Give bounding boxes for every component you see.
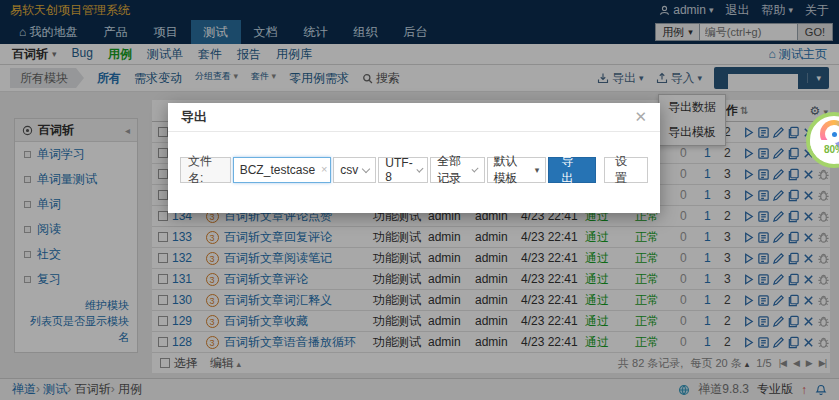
filename-input[interactable] (233, 157, 332, 183)
progress-percent: 80% (824, 144, 839, 155)
filename-label: 文件名: (180, 157, 231, 183)
chevron-down-icon (472, 165, 479, 172)
chevron-down-icon (416, 165, 423, 172)
modal-header: 导出 ✕ (168, 103, 660, 132)
template-select[interactable]: 默认模板▾ (487, 157, 547, 183)
clear-input-icon[interactable]: × (321, 163, 327, 175)
filename-field-wrap: × (233, 157, 332, 183)
close-icon[interactable]: ✕ (634, 108, 647, 126)
settings-button[interactable]: 设置 (604, 157, 648, 183)
encoding-select[interactable]: UTF-8 (378, 157, 428, 183)
export-form: 文件名: × csv UTF-8 全部记录 默认模板▾ 导出 设置 (180, 157, 648, 183)
export-modal: 导出 ✕ 文件名: × csv UTF-8 全部记录 默认模板▾ 导出 设置 (168, 103, 660, 213)
blue-dot-icon (832, 132, 837, 137)
export-confirm-button[interactable]: 导出 (548, 157, 596, 183)
modal-title: 导出 (181, 108, 207, 126)
format-select[interactable]: csv (333, 157, 376, 183)
record-range-select[interactable]: 全部记录 (430, 157, 484, 183)
page: 易软天创项目管理系统 admin ▾ 退出 帮助 ▾ 关于 我的地盘 产品 项目 (0, 0, 839, 400)
caret-down-icon: ▾ (535, 165, 540, 175)
chevron-down-icon (362, 164, 370, 172)
